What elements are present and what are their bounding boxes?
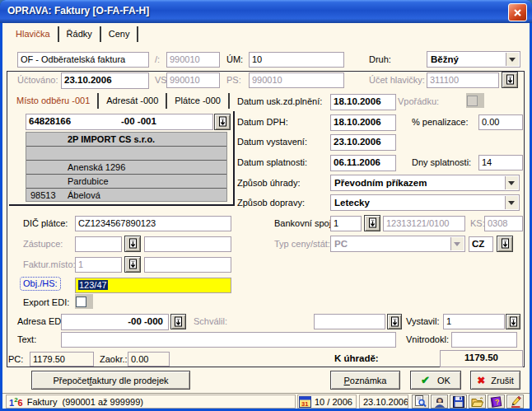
ps-label: PS: (226, 75, 241, 86)
window-title: OPRAVA: Faktury [O-FA-FA-H] (7, 5, 149, 16)
plneni-label: Datum usk.zd.plnění: (237, 96, 322, 107)
bank-account-field: 12313121/0100 (383, 216, 465, 231)
list-pick-icon (367, 217, 378, 229)
status-info-panel: 126 Faktury (990001 až 999999) (6, 395, 296, 409)
dopravy-label: Způsob dopravy: (237, 198, 305, 208)
main-tabs: Hlavička Řádky Ceny (8, 26, 138, 42)
tab-hlavicka[interactable]: Hlavička (8, 26, 59, 42)
um-label: ÚM: (226, 54, 243, 65)
ucet-lookup-button[interactable] (502, 72, 518, 88)
plneni-field[interactable]: 18.10.2006 (330, 94, 396, 110)
tab-ceny[interactable]: Ceny (101, 26, 139, 42)
print-preview-button[interactable] (412, 395, 429, 409)
uhrady-label: Způsob úhrady: (237, 178, 300, 189)
chevron-down-icon[interactable] (506, 53, 519, 66)
doc-number-field: 990010 (166, 52, 220, 68)
vnitrodokl-field[interactable] (451, 332, 517, 348)
customer-line2 (26, 147, 226, 161)
splatnosti-field[interactable]: 06.11.2006 (330, 155, 396, 171)
schvalil-field (314, 314, 385, 329)
text-field[interactable] (61, 332, 396, 348)
poznamka-button[interactable]: Poznámka (330, 371, 400, 390)
customer-zip-row: 98513 Ábelová (26, 189, 226, 203)
obj-hs-field[interactable]: 123/47 (75, 278, 231, 293)
doc-type-field[interactable]: OF - Odběratelská faktura (17, 52, 149, 68)
customer-address-panel: 2P IMPORT CS s.r.o. Anenská 1296 Pardubi… (26, 132, 227, 202)
tab-misto-odberu[interactable]: Místo odběru -001 (9, 93, 99, 109)
druh-value: Běžný (431, 54, 459, 64)
ok-button[interactable]: ✔ OK (410, 371, 461, 390)
typ-ceny-value: PC (334, 239, 348, 249)
stat-field[interactable]: CZ (469, 236, 493, 252)
bank-field[interactable]: 1 (330, 216, 362, 231)
ks-field: 0308 (484, 216, 523, 231)
dopravy-value: Letecky (334, 198, 370, 208)
dic-field[interactable]: CZ1234567890123 (75, 216, 231, 231)
help-button[interactable]: ? (488, 395, 505, 409)
customer-lookup-button[interactable] (214, 114, 231, 130)
stat-lookup-button[interactable] (497, 236, 513, 252)
edit-button[interactable] (506, 395, 524, 409)
calendar-icon: 31 (299, 396, 311, 408)
vs-field: 990010 (166, 72, 220, 88)
typ-ceny-label: Typ ceny/stát: (274, 239, 330, 250)
customer-code-field[interactable]: 64828166 -00 -001 (26, 114, 213, 130)
vystaveni-field[interactable]: 23.10.2006 (330, 134, 396, 151)
chevron-down-icon[interactable] (505, 196, 518, 209)
bank-lookup-button[interactable] (364, 215, 380, 231)
dph-field[interactable]: 18.10.2006 (330, 114, 396, 131)
tab-radky[interactable]: Řádky (59, 26, 101, 42)
uctovano-field[interactable]: 23.10.2006 (61, 72, 149, 89)
tab-adresat[interactable]: Adresát -000 (99, 93, 167, 109)
svg-text:31: 31 (301, 399, 308, 407)
vporadku-checkbox (466, 93, 484, 108)
check-icon: ✔ (421, 374, 430, 386)
tab-platce[interactable]: Plátce -000 (167, 93, 230, 109)
vystavil-field[interactable]: 1 (443, 314, 505, 329)
druh-select[interactable]: Běžný (427, 51, 520, 68)
zastupce-lookup-button[interactable] (124, 236, 141, 252)
save-button[interactable] (450, 395, 467, 409)
faktur-misto-lookup-button[interactable] (124, 256, 141, 273)
druh-label: Druh: (369, 54, 391, 65)
close-icon (513, 8, 522, 17)
zrusit-button[interactable]: ✖ Zrušit (470, 371, 520, 390)
record-numbers-icon: 126 (9, 396, 23, 408)
open-folder-button[interactable] (469, 395, 486, 409)
slash-label: /: (155, 54, 160, 65)
vporadku-label: Vpořádku: (398, 96, 439, 107)
save-icon (453, 396, 464, 408)
adresa-edi-lookup-button[interactable] (170, 314, 186, 329)
prepocet-button[interactable]: Přepočet faktury dle prodejek (31, 371, 190, 390)
uhrady-select[interactable]: Převodním příkazem (330, 175, 520, 191)
zastupce-label: Zástupce: (23, 239, 63, 250)
invoice-edit-dialog: OPRAVA: Faktury [O-FA-FA-H] Hlavička Řád… (0, 0, 532, 411)
close-button[interactable] (508, 3, 527, 21)
vystavil-lookup-button[interactable] (506, 314, 520, 329)
ucet-hlavicky-field: 311100 (427, 72, 499, 88)
pc-label: PC: (8, 354, 23, 365)
adresa-edi-field[interactable]: -00 -000 (61, 314, 169, 330)
pc-field: 1179.50 (30, 352, 94, 367)
vystavil-label: Vystavil: (406, 316, 440, 327)
chevron-down-icon (450, 237, 464, 250)
dny-splatnosti-field[interactable]: 14 (478, 155, 523, 170)
title-bar[interactable]: OPRAVA: Faktury [O-FA-FA-H] (0, 0, 532, 23)
list-pick-icon (173, 316, 184, 328)
schvalil-lookup-button[interactable] (387, 314, 402, 329)
customer-code-suffix: -00 -001 (121, 116, 156, 127)
uctovano-label: Účtováno: (17, 75, 58, 86)
export-edi-checkbox[interactable] (75, 294, 93, 309)
faktur-misto-field: 1 (75, 257, 122, 273)
customer-name: 2P IMPORT CS s.r.o. (26, 133, 226, 147)
um-field[interactable]: 10 (249, 52, 344, 68)
checkbox-icon (76, 297, 86, 307)
faktur-misto-name-field (144, 257, 231, 273)
edit-pencil-icon (510, 395, 521, 408)
chevron-down-icon[interactable] (505, 176, 518, 189)
user-button[interactable] (431, 395, 448, 409)
penalizace-field[interactable]: 0.00 (478, 114, 523, 130)
ok-label: OK (437, 376, 450, 385)
prepocet-label-pre: Přepočet (53, 376, 89, 385)
dopravy-select[interactable]: Letecky (330, 194, 520, 211)
